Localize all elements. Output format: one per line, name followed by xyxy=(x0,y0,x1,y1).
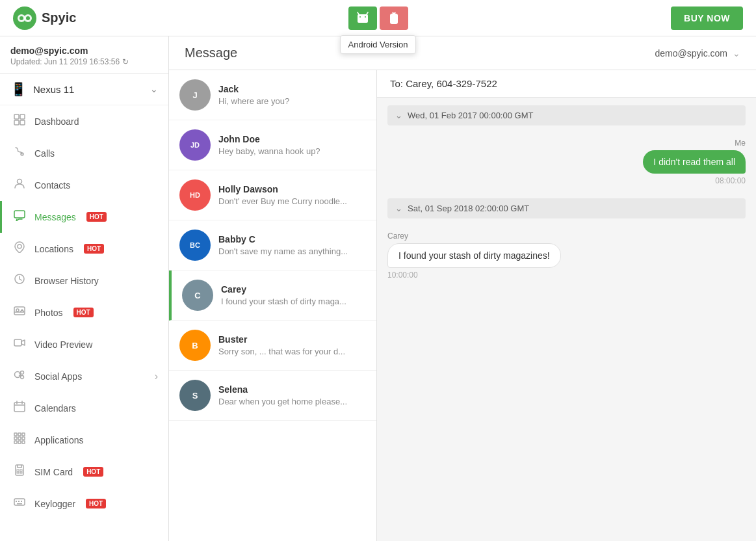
refresh-icon[interactable]: ↻ xyxy=(122,57,129,66)
svg-rect-29 xyxy=(14,433,17,436)
conv-preview-johndoe: Hey baby, wanna hook up? xyxy=(218,146,366,156)
conv-name-holly: Holly Dawson xyxy=(218,184,366,194)
svg-point-13 xyxy=(18,179,22,184)
bubble-time-2: 10:00:00 xyxy=(387,270,418,280)
svg-rect-47 xyxy=(17,503,22,505)
conversation-item-buster[interactable]: B Buster Sorry son, ... that was for you… xyxy=(169,321,376,371)
svg-rect-33 xyxy=(18,437,21,440)
svg-rect-41 xyxy=(17,472,19,473)
video-preview-label: Video Preview xyxy=(34,339,92,350)
nav-calls[interactable]: Calls xyxy=(0,137,168,169)
svg-point-22 xyxy=(21,376,24,379)
avatar-jack: J xyxy=(179,79,211,111)
svg-rect-36 xyxy=(18,441,21,443)
conv-preview-buster: Sorry son, ... that was for your d... xyxy=(218,347,366,356)
svg-rect-6 xyxy=(365,16,366,18)
conversation-item-holly[interactable]: HD Holly Dawson Don't' ever Buy me Curry… xyxy=(169,170,376,220)
device-phone-icon: 📱 xyxy=(10,81,27,97)
logo-text: Spyic xyxy=(42,10,76,25)
video-preview-icon xyxy=(12,337,27,352)
svg-point-20 xyxy=(15,372,21,378)
date-label-1: Wed, 01 Feb 2017 00:00:00 GMT xyxy=(408,111,533,120)
svg-point-18 xyxy=(16,309,19,311)
device-chevron-icon: ⌄ xyxy=(150,84,158,94)
nav-locations[interactable]: Locations HOT xyxy=(0,233,168,265)
conversation-item-johndoe[interactable]: JD John Doe Hey baby, wanna hook up? xyxy=(169,120,376,170)
photos-icon xyxy=(12,305,27,320)
conversation-item-selena[interactable]: S Selena Dear when you get home please..… xyxy=(169,371,376,421)
avatar-holly: HD xyxy=(179,179,211,211)
svg-rect-42 xyxy=(20,472,22,473)
main-layout: demo@spyic.com Updated: Jun 11 2019 16:5… xyxy=(0,36,756,541)
android-toggle-button[interactable] xyxy=(348,7,377,30)
user-dropdown[interactable]: demo@spyic.com ⌄ xyxy=(655,48,740,59)
message-sender-carey: Carey xyxy=(387,231,408,241)
svg-point-3 xyxy=(26,16,30,20)
conversation-item-carey[interactable]: C Carey I found your stash of dirty maga… xyxy=(169,270,376,321)
social-apps-arrow-icon: › xyxy=(155,371,158,382)
sim-card-label: SIM Card xyxy=(34,467,73,477)
browser-history-label: Browser History xyxy=(34,276,99,286)
svg-rect-30 xyxy=(18,433,21,436)
nav-calendars[interactable]: Calendars xyxy=(0,392,168,424)
svg-rect-9 xyxy=(20,114,25,119)
content-title: Message xyxy=(185,46,237,60)
content-header: Message demo@spyic.com ⌄ xyxy=(169,36,756,70)
message-sender-me: Me xyxy=(735,139,746,148)
sidebar: demo@spyic.com Updated: Jun 11 2019 16:5… xyxy=(0,36,169,541)
locations-hot-badge: HOT xyxy=(84,244,104,254)
chat-to-label: To: Carey, 604-329-7522 xyxy=(390,78,497,89)
svg-rect-39 xyxy=(17,469,19,471)
conv-name-selena: Selena xyxy=(218,384,366,395)
nav-browser-history[interactable]: Browser History xyxy=(0,265,168,297)
calls-icon xyxy=(12,146,27,161)
sim-card-hot-badge: HOT xyxy=(83,467,103,477)
header-user-email: demo@spyic.com xyxy=(655,48,727,59)
conversation-item-jack[interactable]: J Jack Hi, where are you? xyxy=(169,70,376,120)
svg-rect-10 xyxy=(14,120,19,125)
svg-point-21 xyxy=(21,371,24,375)
keylogger-hot-badge: HOT xyxy=(86,499,106,508)
conversation-item-babbyc[interactable]: BC Babby C Don't save my name as anythin… xyxy=(169,220,376,270)
contacts-icon xyxy=(12,178,27,192)
svg-rect-31 xyxy=(22,433,25,436)
date-label-2: Sat, 01 Sep 2018 02:00:00 GMT xyxy=(408,204,529,213)
bubble-right-1: I didn't read them all xyxy=(643,150,746,174)
ios-toggle-button[interactable] xyxy=(380,7,408,30)
svg-rect-7 xyxy=(390,14,398,24)
bubble-left-1: I found your stash of dirty magazines! xyxy=(387,243,561,268)
nav-keylogger[interactable]: Keylogger HOT xyxy=(0,488,168,520)
device-item[interactable]: 📱 Nexus 11 ⌄ xyxy=(0,73,168,105)
svg-rect-19 xyxy=(14,339,21,346)
svg-rect-44 xyxy=(16,501,17,502)
applications-label: Applications xyxy=(34,435,84,445)
contacts-label: Contacts xyxy=(34,180,70,191)
svg-rect-40 xyxy=(20,469,22,471)
chat-to-header: To: Carey, 604-329-7522 xyxy=(377,70,756,98)
avatar-johndoe: JD xyxy=(179,129,211,161)
conv-preview-jack: Hi, where are you? xyxy=(218,96,366,106)
nav-sim-card[interactable]: SIM Card HOT xyxy=(0,456,168,488)
nav-applications[interactable]: Applications xyxy=(0,424,168,456)
nav-social-apps[interactable]: Social Apps › xyxy=(0,360,168,392)
avatar-selena: S xyxy=(179,380,211,411)
conv-preview-carey: I found your stash of dirty maga... xyxy=(221,297,366,306)
photos-label: Photos xyxy=(34,308,63,318)
date-divider-2: ⌄ Sat, 01 Sep 2018 02:00:00 GMT xyxy=(387,198,746,218)
avatar-babbyc: BC xyxy=(179,230,211,261)
conv-name-johndoe: John Doe xyxy=(218,134,366,144)
nav-photos[interactable]: Photos HOT xyxy=(0,297,168,328)
nav-messages[interactable]: Messages HOT xyxy=(0,201,168,233)
date-chevron-icon-2: ⌄ xyxy=(395,204,402,213)
conv-name-babbyc: Babby C xyxy=(218,234,366,244)
nav-contacts[interactable]: Contacts xyxy=(0,169,168,201)
nav-dashboard[interactable]: Dashboard xyxy=(0,105,168,137)
calendars-label: Calendars xyxy=(34,403,76,414)
svg-point-2 xyxy=(20,16,23,20)
social-apps-label: Social Apps xyxy=(34,371,82,382)
conversation-list: J Jack Hi, where are you? JD John Doe He… xyxy=(169,70,377,541)
buy-now-button[interactable]: BUY NOW xyxy=(671,7,743,30)
conv-name-jack: Jack xyxy=(218,84,366,94)
nav-video-preview[interactable]: Video Preview xyxy=(0,328,168,360)
message-left-1: Carey I found your stash of dirty magazi… xyxy=(387,231,746,280)
